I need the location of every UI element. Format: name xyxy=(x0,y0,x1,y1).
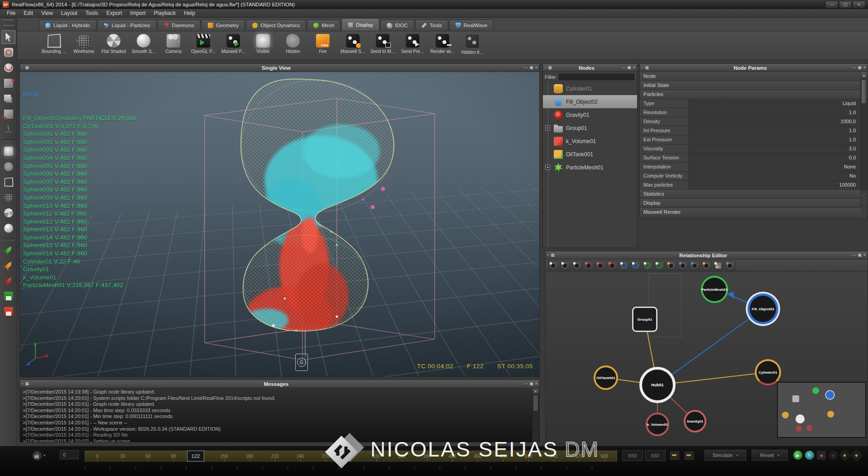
toolbar-button[interactable]: Flat Shaded xyxy=(99,33,129,54)
menu-item[interactable]: File xyxy=(3,9,19,17)
tree-item-particlemesh01[interactable]: ParticleMesh01 xyxy=(543,161,637,174)
save-icon[interactable] xyxy=(2,289,15,303)
panel-close-icon[interactable]: × xyxy=(863,66,866,70)
toolbar-button[interactable]: Bounding ... xyxy=(39,33,69,54)
bounding-box-icon[interactable] xyxy=(2,175,15,189)
unlink-all-icon[interactable] xyxy=(607,261,618,270)
menu-item[interactable]: Playback xyxy=(150,9,180,17)
playhead-tool-icon[interactable] xyxy=(685,452,694,460)
auto-layout-icon[interactable] xyxy=(654,261,665,270)
param-value[interactable]: 0.0 xyxy=(689,154,868,162)
timeline-tick[interactable]: 60 xyxy=(135,451,161,462)
section-fill-object[interactable]: Fill Object xyxy=(640,217,868,218)
move-tool-icon[interactable] xyxy=(2,46,15,59)
scroll-up-icon[interactable]: ▲ xyxy=(532,389,539,394)
scroll-thumb[interactable] xyxy=(861,79,867,104)
graph-node-group01[interactable]: Group01 xyxy=(632,307,657,332)
menu-item[interactable]: Export xyxy=(102,9,126,17)
timeline-tick[interactable]: 30 xyxy=(110,451,135,462)
panel-grid-icon[interactable]: ▦ xyxy=(25,66,29,70)
toolbar-button[interactable]: Send to M... xyxy=(368,33,398,54)
zoom-selected-icon[interactable] xyxy=(619,261,629,270)
panel-float-icon[interactable]: ▫ xyxy=(547,253,549,257)
panel-float-icon[interactable]: ▫ xyxy=(642,66,643,70)
panel-restore-icon[interactable]: ▣ xyxy=(858,253,862,257)
toolbar-button[interactable]: Wireframe xyxy=(69,33,99,54)
lock-dropdown-icon[interactable]: ▾ xyxy=(43,453,45,457)
param-value[interactable]: Liquid xyxy=(689,99,868,108)
tab-liquid-hybrido[interactable]: Liquid - Hybrido xyxy=(39,19,96,31)
save-as-icon[interactable] xyxy=(2,305,15,318)
play-icon[interactable]: ▶ xyxy=(793,451,802,460)
scroll-thumb[interactable] xyxy=(533,395,538,411)
visible-toggle-icon[interactable] xyxy=(2,144,15,158)
scroll-up-icon[interactable]: ▲ xyxy=(861,72,867,78)
add-note-icon[interactable] xyxy=(666,261,676,270)
scale-tool-icon[interactable] xyxy=(2,77,15,90)
toolbar-button[interactable]: Maxwell S... xyxy=(338,33,368,54)
relationship-graph[interactable]: ParticleMesh01 Fill_Object02 Group01 Oil… xyxy=(546,272,868,446)
graph-node-hub01[interactable]: Hub01 xyxy=(639,367,676,403)
tab-idoc[interactable]: IDOC xyxy=(380,19,414,31)
section-maxwell-render[interactable]: Maxwell Render xyxy=(640,208,868,217)
panel-minimize-icon[interactable]: — xyxy=(852,66,856,70)
timeline-tick[interactable]: 630 xyxy=(617,451,618,462)
remove-group-icon[interactable] xyxy=(595,261,606,270)
viewport-3d-scene[interactable]: persp Fill_Object02(master) PARTICLES 29… xyxy=(20,72,539,377)
expand-icon[interactable] xyxy=(545,165,550,170)
copy-tool-icon[interactable] xyxy=(2,92,15,106)
panel-restore-icon[interactable]: ▣ xyxy=(627,66,631,70)
param-row[interactable]: Ext Pressure 1.0 xyxy=(640,135,868,144)
grid-view-icon[interactable] xyxy=(713,261,724,270)
remove-node-icon[interactable] xyxy=(584,261,594,270)
graph-node-fill-object02[interactable]: Fill_Object02 xyxy=(748,293,778,324)
toolbar-button[interactable]: Camera xyxy=(158,33,188,54)
reset-button[interactable]: Reset ▾ xyxy=(752,450,788,461)
panel-grid-icon[interactable]: ▦ xyxy=(645,66,649,70)
menu-item[interactable]: Tools xyxy=(82,9,102,17)
simulate-button[interactable]: Simulate ▾ xyxy=(705,450,746,461)
select-tool-icon[interactable] xyxy=(2,30,15,44)
tab-geometry[interactable]: Geometry xyxy=(201,19,245,31)
tab-object-dynamics[interactable]: Object Dynamics xyxy=(246,19,306,31)
reset-dropdown-icon[interactable]: ▾ xyxy=(777,453,779,457)
viewport-header[interactable]: ▫▦ Single View —▣× xyxy=(20,64,539,72)
panel-close-icon[interactable]: × xyxy=(863,253,866,257)
tab-realwave[interactable]: RealWave xyxy=(449,19,494,31)
loop-icon[interactable]: ↻ xyxy=(805,451,814,460)
step-icon[interactable]: ○ xyxy=(829,451,838,460)
menu-item[interactable]: View xyxy=(37,9,57,17)
section-particles[interactable]: Particles xyxy=(640,90,868,99)
zoom-all-icon[interactable] xyxy=(631,261,641,270)
break-outputs-icon[interactable] xyxy=(690,261,700,270)
section-node[interactable]: Node xyxy=(640,72,868,81)
graph-node-oiltank001[interactable]: OilTank001 xyxy=(594,365,618,390)
timeline-tick[interactable]: 240 xyxy=(288,451,313,462)
node-params-header[interactable]: ▫▦ Node Params —▣× xyxy=(640,64,868,72)
param-row[interactable]: Max particles 100000 xyxy=(640,181,868,190)
snap-tool-icon[interactable] xyxy=(2,107,15,121)
tab-liquid-particles[interactable]: Liquid - Particles xyxy=(97,19,157,31)
panel-restore-icon[interactable]: ▣ xyxy=(858,66,862,70)
panel-float-icon[interactable]: ▫ xyxy=(22,382,23,386)
end-frame-field[interactable]: 650 xyxy=(622,450,643,461)
playback-end-field[interactable]: 650 xyxy=(645,450,666,461)
smooth-shading-icon[interactable] xyxy=(2,221,15,235)
timeline-tick[interactable]: 90 xyxy=(161,451,186,462)
add-group-icon[interactable] xyxy=(572,261,582,270)
panel-float-icon[interactable]: ▫ xyxy=(545,66,546,70)
filter-input[interactable] xyxy=(558,73,635,81)
param-value[interactable]: 1000.0 xyxy=(689,117,868,126)
cache-rocket-icon[interactable] xyxy=(2,259,15,272)
panel-grid-icon[interactable]: ▦ xyxy=(25,382,29,386)
expand-icon[interactable] xyxy=(545,125,550,130)
nodes-panel-header[interactable]: ▫▦ Nodes —▣× xyxy=(543,64,637,72)
toolbar-button[interactable]: Render wi... xyxy=(427,33,457,54)
tab-mesh[interactable]: Mesh xyxy=(307,19,340,31)
toolbar-button[interactable]: Maxwell P... xyxy=(218,33,248,54)
add-node-icon[interactable] xyxy=(548,261,559,270)
resize-grip[interactable] xyxy=(861,191,867,217)
break-inputs-icon[interactable] xyxy=(678,261,688,270)
param-value[interactable]: 1.0 xyxy=(689,135,868,144)
panel-restore-icon[interactable]: ▣ xyxy=(529,66,533,70)
